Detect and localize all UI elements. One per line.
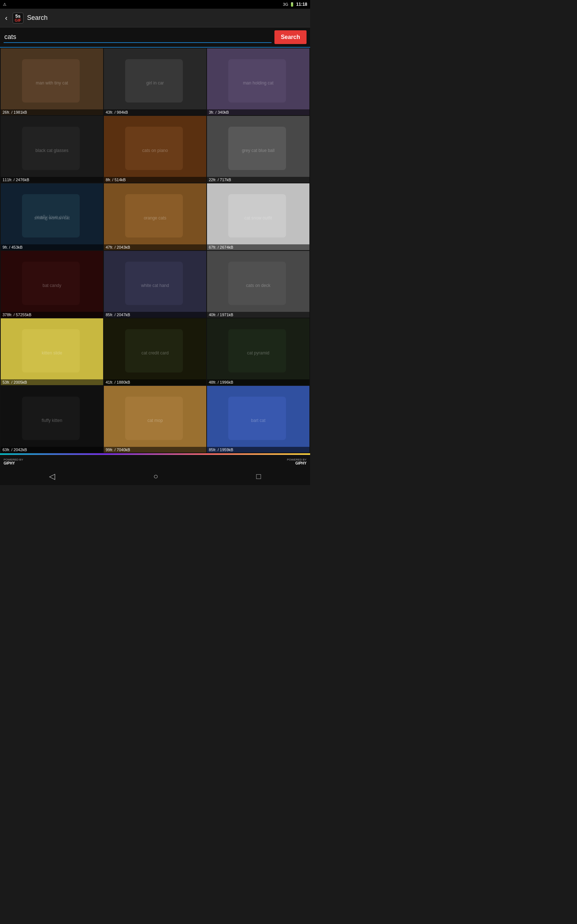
back-button[interactable]: ‹ — [3, 12, 9, 23]
gif-info-8: 47fr. / 2043kB — [104, 244, 206, 250]
home-nav-button[interactable]: ○ — [145, 469, 167, 484]
status-time: 11:18 — [296, 2, 307, 7]
gif-thumbnail-1: man with tiny cat — [1, 48, 103, 115]
gif-cell-3[interactable]: man holding cat3fr. / 340kB — [207, 48, 309, 115]
footer-brand-left: GIPHY — [3, 461, 15, 465]
gif-thumbnail-8: orange cats — [104, 183, 206, 250]
svg-text:kitten slide: kitten slide — [42, 351, 62, 355]
gif-thumbnail-12: cats on deck — [207, 251, 309, 318]
svg-text:bart cat: bart cat — [251, 418, 266, 423]
gif-info-16: 63fr. / 2042kB — [1, 447, 103, 452]
gif-cell-12[interactable]: cats on deck40fr. / 1971kB — [207, 251, 309, 318]
svg-text:fluffy kitten: fluffy kitten — [42, 418, 62, 423]
gif-info-18: 85fr. / 1959kB — [207, 447, 309, 452]
footer-giphy-left: POWERED BY GIPHY — [3, 458, 23, 465]
back-nav-button[interactable]: ◁ — [40, 469, 64, 484]
warning-icon: ⚠ — [3, 2, 6, 7]
gif-thumbnail-2: girl in car — [104, 48, 206, 115]
gif-info-3: 3fr. / 340kB — [207, 109, 309, 115]
footer-giphy-right: POWERED BY GIPHY — [287, 458, 306, 465]
svg-text:cats on piano: cats on piano — [142, 148, 168, 153]
gif-cell-15[interactable]: cat pyramid48fr. / 1996kB — [207, 318, 309, 385]
footer-powered-right: POWERED BY — [287, 458, 306, 461]
gif-cell-2[interactable]: girl in car43fr. / 984kB — [104, 48, 206, 115]
gif-cell-14[interactable]: cat credit card41fr. / 1880kB — [104, 318, 206, 385]
svg-text:cat mop: cat mop — [148, 418, 163, 423]
app-logo[interactable]: 5s GIF — [13, 13, 23, 23]
svg-text:orange cats: orange cats — [144, 215, 167, 221]
gif-cell-11[interactable]: white cat hand85fr. / 2047kB — [104, 251, 206, 318]
top-bar: ‹ 5s GIF Search — [0, 9, 310, 27]
gif-info-9: 67fr. / 2674kB — [207, 244, 309, 250]
gif-grid: man with tiny cat26fr. / 1981kBgirl in c… — [0, 48, 310, 453]
gif-info-4: 111fr. / 2476kB — [1, 177, 103, 183]
gif-info-7: 9fr. / 453kB — [1, 244, 103, 250]
gif-cell-17[interactable]: cat mop99fr. / 7040kB — [104, 386, 206, 452]
svg-text:cat pyramid: cat pyramid — [247, 351, 269, 355]
gif-info-5: 8fr. / 514kB — [104, 177, 206, 183]
gif-thumbnail-17: cat mop — [104, 386, 206, 452]
search-input[interactable] — [3, 32, 272, 43]
gif-cell-1[interactable]: man with tiny cat26fr. / 1981kB — [1, 48, 103, 115]
gif-thumbnail-11: white cat hand — [104, 251, 206, 318]
gif-info-13: 53fr. / 2005kB — [1, 380, 103, 385]
svg-text:girl in car: girl in car — [147, 81, 164, 86]
svg-text:white cat hand: white cat hand — [141, 283, 169, 288]
gif-thumbnail-5: cats on piano — [104, 116, 206, 183]
battery-icon: 🔋 — [290, 2, 295, 7]
svg-text:man with tiny cat: man with tiny cat — [36, 81, 68, 86]
gif-info-10: 378fr. / 57255kB — [1, 312, 103, 318]
gif-thumbnail-4: black cat glasses — [1, 116, 103, 183]
gif-thumbnail-16: fluffy kitten — [1, 386, 103, 452]
gif-cell-5[interactable]: cats on piano8fr. / 514kB — [104, 116, 206, 183]
nav-bar: ◁ ○ □ — [0, 468, 310, 485]
gif-info-14: 41fr. / 1880kB — [104, 380, 206, 385]
gif-info-6: 22fr. / 717kB — [207, 177, 309, 183]
gif-thumbnail-3: man holding cat — [207, 48, 309, 115]
svg-text:cat credit card: cat credit card — [141, 351, 168, 355]
gif-cell-4[interactable]: black cat glasses111fr. / 2476kB — [1, 116, 103, 183]
gif-thumbnail-15: cat pyramid — [207, 318, 309, 385]
svg-text:cat snow outfit: cat snow outfit — [245, 215, 272, 221]
footer-brand-right: GIPHY — [295, 461, 306, 465]
gif-thumbnail-7: smiling woman cat — [1, 183, 103, 250]
status-bar: ⚠ 3G 🔋 11:18 — [0, 0, 310, 9]
footer: POWERED BY GIPHY POWERED BY GIPHY — [0, 455, 310, 468]
gif-info-15: 48fr. / 1996kB — [207, 380, 309, 385]
gif-info-1: 26fr. / 1981kB — [1, 109, 103, 115]
gif-cell-10[interactable]: bat candy378fr. / 57255kB — [1, 251, 103, 318]
gif-info-2: 43fr. / 984kB — [104, 109, 206, 115]
gif-thumbnail-18: bart cat — [207, 386, 309, 452]
svg-text:man holding cat: man holding cat — [243, 81, 274, 86]
gif-info-17: 99fr. / 7040kB — [104, 447, 206, 452]
svg-text:grey cat blue ball: grey cat blue ball — [242, 148, 275, 153]
gif-thumbnail-14: cat credit card — [104, 318, 206, 385]
gif-cell-6[interactable]: grey cat blue ball22fr. / 717kB — [207, 116, 309, 183]
recent-nav-button[interactable]: □ — [248, 469, 270, 484]
footer-powered-left: POWERED BY — [3, 458, 23, 461]
search-button[interactable]: Search — [274, 30, 306, 44]
svg-text:black cat glasses: black cat glasses — [35, 148, 68, 153]
gif-thumbnail-10: bat candy — [1, 251, 103, 318]
gif-thumbnail-13: kitten slide — [1, 318, 103, 385]
gif-cell-13[interactable]: kitten slide53fr. / 2005kB — [1, 318, 103, 385]
logo-bottom: GIF — [15, 18, 21, 23]
signal-icon: 3G — [283, 2, 288, 6]
search-bar: Search — [0, 27, 310, 48]
gif-cell-18[interactable]: bart cat85fr. / 1959kB — [207, 386, 309, 452]
svg-text:cats on deck: cats on deck — [246, 283, 271, 288]
page-title: Search — [27, 14, 306, 22]
gif-info-12: 40fr. / 1971kB — [207, 312, 309, 318]
gif-cell-9[interactable]: cat snow outfit67fr. / 2674kB — [207, 183, 309, 250]
svg-text:smiling woman cat: smiling woman cat — [34, 215, 70, 221]
gif-thumbnail-9: cat snow outfit — [207, 183, 309, 250]
gif-thumbnail-6: grey cat blue ball — [207, 116, 309, 183]
svg-text:bat candy: bat candy — [43, 283, 61, 288]
gif-info-11: 85fr. / 2047kB — [104, 312, 206, 318]
logo-top: 5s — [16, 14, 21, 18]
gif-cell-7[interactable]: smiling woman catreally love cats9fr. / … — [1, 183, 103, 250]
gif-cell-8[interactable]: orange cats47fr. / 2043kB — [104, 183, 206, 250]
gif-cell-16[interactable]: fluffy kitten63fr. / 2042kB — [1, 386, 103, 452]
